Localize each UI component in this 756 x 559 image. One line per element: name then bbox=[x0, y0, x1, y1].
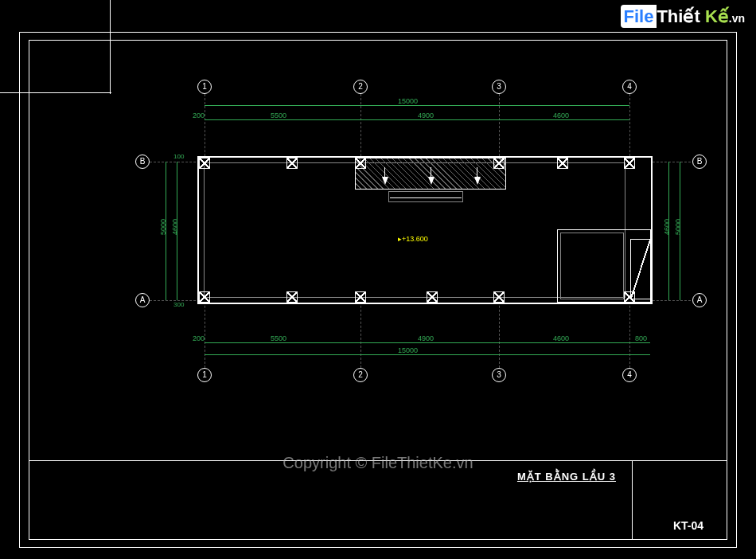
floor-plan: 1 2 3 4 1 2 3 4 B A B A 15000 5500 4900 … bbox=[80, 56, 716, 414]
grid-bubble-3-bot: 3 bbox=[492, 368, 506, 382]
col-mid1-B bbox=[286, 158, 298, 169]
col-1A bbox=[199, 291, 210, 303]
col-mid2-B bbox=[557, 158, 568, 169]
dim-edge-bot-left: 300 bbox=[173, 301, 184, 308]
col-3A bbox=[493, 291, 505, 303]
dim-overall-top bbox=[205, 105, 629, 106]
dim-left-edge-top: 200 bbox=[193, 111, 205, 119]
elevation-mark: ▸+13.600 bbox=[398, 235, 428, 243]
logo-ke: Kế bbox=[705, 6, 729, 26]
grid-bubble-4-top: 4 bbox=[622, 80, 637, 94]
crosshair-vertical bbox=[110, 0, 111, 94]
dim-cols-bot bbox=[205, 342, 650, 343]
dim-right-ext-bot: 800 bbox=[635, 334, 647, 342]
sheet-number: KT-04 bbox=[673, 519, 703, 532]
grid-bubble-2-bot: 2 bbox=[353, 368, 368, 382]
col-2B bbox=[355, 158, 366, 169]
dim-left-edge-bot: 200 bbox=[193, 334, 205, 342]
arrow-3 bbox=[474, 177, 481, 185]
logo-thiet: Thiết bbox=[657, 6, 699, 26]
col-1B bbox=[199, 158, 210, 169]
dim-overall-bot-text: 15000 bbox=[398, 346, 418, 354]
stair-ext bbox=[630, 239, 651, 299]
grid-bubble-1-bot: 1 bbox=[197, 368, 212, 382]
grid-bubble-A-left: A bbox=[135, 293, 150, 307]
feature-box bbox=[388, 191, 463, 202]
stair-void-inner bbox=[560, 233, 624, 299]
dim-row-left-text: 4600 bbox=[171, 219, 179, 235]
dim-1-2-top: 5500 bbox=[271, 111, 286, 119]
grid-bubble-2-top: 2 bbox=[353, 80, 368, 94]
dim-overall-right-text: 5000 bbox=[674, 219, 682, 235]
dim-1-2-bot: 5500 bbox=[271, 334, 286, 342]
grid-bubble-B-right: B bbox=[692, 154, 707, 169]
crosshair-horizontal bbox=[0, 92, 111, 93]
grid-bubble-B-left: B bbox=[135, 154, 150, 169]
dim-2-3-top: 4900 bbox=[418, 111, 434, 119]
grid-bubble-4-bot: 4 bbox=[622, 368, 637, 382]
dim-cols-top bbox=[205, 119, 629, 120]
dim-overall-left-text: 5000 bbox=[159, 219, 167, 235]
col-mid1-A bbox=[286, 291, 298, 303]
arrow-2 bbox=[428, 177, 435, 185]
dim-3-4-bot: 4600 bbox=[553, 334, 569, 342]
dim-row-right-text: 4600 bbox=[663, 219, 671, 235]
grid-bubble-A-right: A bbox=[692, 293, 707, 307]
drawing-title: MẶT BẰNG LẦU 3 bbox=[517, 471, 616, 483]
col-3B bbox=[493, 158, 505, 169]
grid-bubble-3-top: 3 bbox=[492, 80, 506, 94]
dim-3-4-top: 4600 bbox=[553, 111, 569, 119]
col-4B bbox=[624, 158, 635, 169]
dim-edge-top-left: 100 bbox=[173, 153, 184, 160]
dim-2-3-bot: 4900 bbox=[418, 334, 434, 342]
watermark-copyright: Copyright © FileThietKe.vn bbox=[283, 454, 473, 472]
watermark-logo: FileThiết Kế.vn bbox=[621, 6, 745, 27]
elevation-value: +13.600 bbox=[402, 235, 428, 243]
dim-overall-bot bbox=[205, 354, 650, 355]
col-2A bbox=[355, 291, 366, 303]
dim-overall-top-text: 15000 bbox=[398, 97, 418, 105]
logo-file: File bbox=[621, 5, 657, 28]
title-block: MẶT BẰNG LẦU 3 KT-04 bbox=[29, 460, 727, 540]
sheet-box: KT-04 bbox=[632, 461, 727, 540]
arrow-1 bbox=[382, 177, 388, 185]
grid-bubble-1-top: 1 bbox=[197, 80, 212, 94]
logo-vn: .vn bbox=[729, 12, 745, 25]
col-mid-A bbox=[427, 291, 438, 303]
